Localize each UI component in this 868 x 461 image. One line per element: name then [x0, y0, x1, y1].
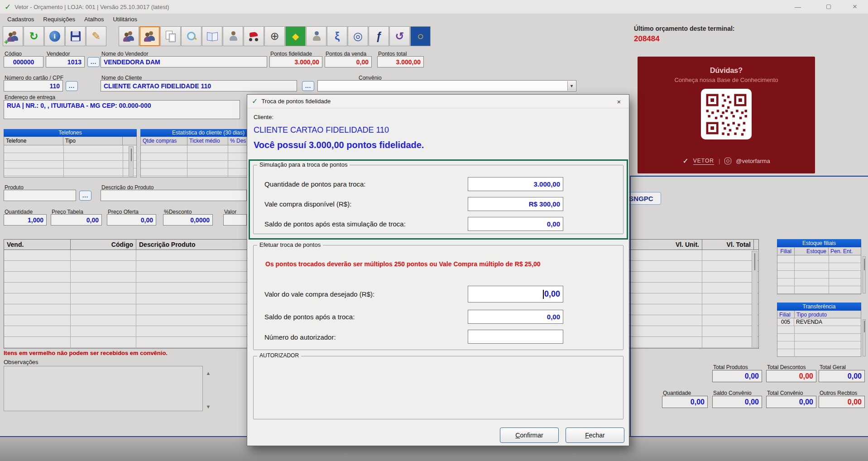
refresh-button[interactable]: ↻: [24, 26, 44, 46]
ecommerce-button[interactable]: ⊕: [264, 26, 285, 46]
restore-button[interactable]: [819, 0, 839, 14]
transferencia-scrollbar[interactable]: [863, 319, 866, 356]
descricao-produto-field[interactable]: [101, 190, 247, 201]
valor-field[interactable]: [223, 214, 247, 226]
save-button[interactable]: [65, 26, 86, 46]
quantidade-field[interactable]: 1,000: [4, 214, 47, 226]
preco-tabela-field[interactable]: 0,00: [51, 214, 102, 226]
info-button[interactable]: i: [44, 26, 65, 46]
total-convenio-field: 0,00: [766, 396, 816, 408]
cartao-field[interactable]: 110: [4, 80, 63, 91]
edit-icon: ✎: [91, 31, 101, 42]
pontos-venda-field: 0,00: [325, 56, 372, 67]
combo-arrow-icon[interactable]: ▼: [567, 81, 575, 91]
add-client-button[interactable]: +: [3, 26, 23, 46]
search-icon: [186, 31, 197, 42]
customers-icon: [123, 30, 135, 42]
customer-card-search-button[interactable]: [139, 26, 160, 46]
copy-document-button[interactable]: [160, 26, 181, 46]
dialog-cliente-label: Cliente:: [254, 114, 273, 120]
instagram-handle: @vetorfarma: [736, 158, 770, 164]
observacoes-scroll-up[interactable]: ▲: [205, 370, 212, 377]
restore-icon: [826, 5, 831, 9]
sngpc-symbol-button[interactable]: ξ: [327, 26, 347, 46]
saldo-apos-troca-input[interactable]: 0,00: [468, 310, 563, 324]
observacoes-textarea[interactable]: [4, 366, 203, 411]
add-client-icon: [7, 30, 19, 42]
nome-vendedor-field[interactable]: VENDEDORA DAM: [101, 56, 267, 67]
edit-button[interactable]: ✎: [86, 26, 106, 46]
brazil-flag-button[interactable]: ◆: [285, 26, 306, 46]
customer-button[interactable]: [223, 26, 243, 46]
total-geral-label: Total Geral: [820, 364, 846, 370]
observacoes-scroll-down[interactable]: ▼: [205, 403, 212, 410]
ring-icon: ○: [417, 31, 424, 42]
numero-autorizador-label: Número do autorizador:: [264, 333, 336, 341]
confirmar-button[interactable]: Confirmar: [500, 427, 559, 443]
dialog-title: Troca de pontos fidelidade: [261, 98, 331, 105]
autorizador-groupbox: AUTORIZADOR: [253, 356, 623, 419]
promo-title: Dúvidas?: [638, 67, 815, 75]
desconto-field[interactable]: 0,0000: [163, 214, 213, 226]
delivery-button[interactable]: [244, 26, 264, 46]
telefones-scrollbar[interactable]: [129, 146, 134, 177]
text-caret: [543, 290, 544, 299]
quantidade-total-label: Quantidade: [663, 390, 691, 396]
telefones-body[interactable]: [4, 145, 137, 178]
preco-oferta-field[interactable]: 0,00: [107, 214, 156, 226]
dialog-titlebar: ✓ Troca de pontos fidelidade: [247, 95, 629, 108]
sngpc-symbol-icon: ξ: [335, 31, 340, 42]
sim-pontos-troca-input[interactable]: 3.000,00: [468, 177, 563, 191]
endereco-label: Endereço de entrega: [5, 94, 55, 101]
estoque-scrollbar[interactable]: [863, 256, 866, 293]
items-scrollbar[interactable]: [752, 251, 758, 348]
menu-cadastros[interactable]: Cadastros: [3, 14, 38, 24]
estatistica-panel: Estatística do cliente (30 dias) Qtde co…: [140, 129, 247, 178]
sim-saldo-apos-label: Saldo de pontos após esta simulação de t…: [264, 220, 406, 228]
info-icon: i: [49, 31, 60, 42]
saldo-convenio-label: Saldo Convênio: [713, 390, 752, 396]
valor-vale-desejado-label: Valor do vale compra desejado (R$):: [264, 290, 374, 298]
sim-saldo-apos-input[interactable]: 0,00: [468, 217, 563, 231]
ring-button[interactable]: ○: [410, 26, 431, 46]
sync-arrows-button[interactable]: ↺: [389, 26, 410, 46]
valor-vale-desejado-input[interactable]: 0,00: [468, 286, 563, 303]
fechar-button[interactable]: Fechar: [566, 427, 624, 443]
transferencia-body[interactable]: [777, 326, 861, 357]
customers-button[interactable]: [119, 26, 139, 46]
minimize-icon: —: [795, 3, 801, 10]
codigo-field[interactable]: 000000: [4, 56, 43, 67]
transferencia-row[interactable]: 005 REVENDA: [777, 318, 861, 326]
sim-vale-disponivel-input[interactable]: R$ 300,00: [468, 197, 563, 211]
menu-requisicoes[interactable]: Requisições: [38, 14, 80, 24]
dialog-close-button[interactable]: ×: [609, 95, 629, 108]
search-button[interactable]: [181, 26, 201, 46]
menu-atalhos[interactable]: Atalhos: [80, 14, 108, 24]
produto-lookup-button[interactable]: ...: [79, 191, 91, 201]
produto-field[interactable]: [4, 190, 76, 201]
pontos-fidelidade-field: 3.000,00: [269, 56, 322, 67]
swirl-button[interactable]: ◎: [348, 26, 368, 46]
minimize-button[interactable]: —: [788, 0, 808, 14]
vetor-brand: VETOR: [693, 158, 714, 165]
estoque-filiais-body[interactable]: [777, 255, 861, 294]
pontos-total-field: 3.000,00: [377, 56, 424, 67]
refresh-icon: ↻: [29, 31, 38, 42]
menu-utilitarios[interactable]: Utilitários: [108, 14, 141, 24]
vendedor-field[interactable]: 1013: [46, 56, 85, 67]
copy-icon: [166, 31, 176, 42]
estatistica-body[interactable]: [140, 145, 247, 178]
cartao-lookup-button[interactable]: ...: [66, 81, 78, 91]
nome-cliente-field[interactable]: CLIENTE CARTAO FIDELIDADE 110: [101, 80, 297, 91]
telefones-title: Telefones: [4, 129, 137, 137]
menubar: Cadastros Requisições Atalhos Utilitário…: [0, 14, 868, 24]
convenio-combobox[interactable]: ▼: [317, 80, 576, 91]
cliente-lookup-button[interactable]: ...: [302, 81, 314, 91]
vendedor-lookup-button[interactable]: ...: [87, 57, 100, 67]
close-window-button[interactable]: ×: [845, 0, 865, 14]
mobility-button[interactable]: [306, 26, 326, 46]
numero-autorizador-input[interactable]: [468, 330, 563, 344]
catalog-button[interactable]: [202, 26, 222, 46]
formula-f-button[interactable]: ƒ: [369, 26, 389, 46]
customer-card-icon: [144, 30, 156, 42]
